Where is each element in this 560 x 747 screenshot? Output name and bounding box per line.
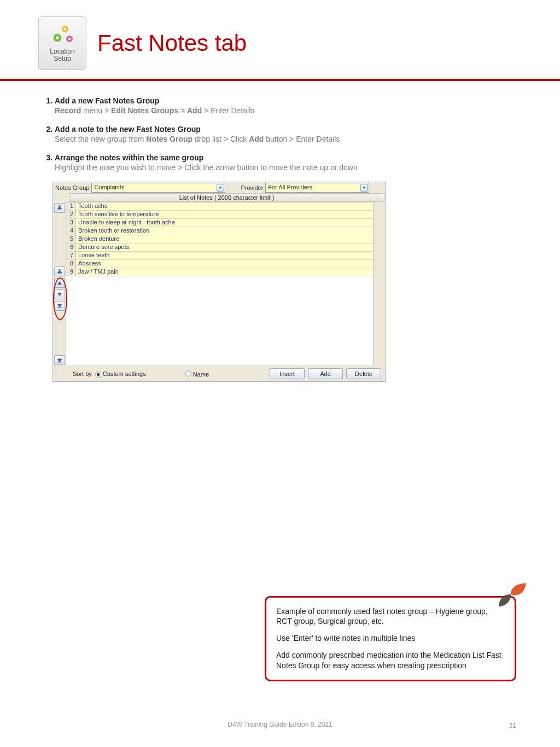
footer-text: D4W Training Guide Edition 9, 2021 [0, 721, 560, 728]
move-top-button[interactable] [54, 203, 65, 213]
table-row[interactable]: 3Unable to sleep at night - tooth ache [66, 219, 373, 227]
step-title: Add a new Fast Notes Group [55, 96, 159, 105]
step-2: Add a note to the new Fast Notes Group S… [55, 125, 522, 143]
fast-notes-screenshot: Notes Group Complaints Provider For All … [52, 182, 386, 382]
page-title: Fast Notes tab [97, 30, 247, 56]
radio-name[interactable]: Name [185, 370, 209, 378]
gears-icon [49, 24, 75, 46]
provider-label: Provider [241, 184, 263, 191]
table-row[interactable]: 9Jaw / TMJ pain [66, 268, 373, 276]
svg-point-1 [56, 36, 59, 39]
step-detail: Highlight the note you wish to move > Cl… [55, 163, 522, 172]
delete-button[interactable]: Delete [346, 368, 381, 379]
header-rule [0, 79, 560, 81]
highlight-ring [53, 277, 67, 320]
tip-callout: Example of commonly used fast notes grou… [265, 596, 516, 681]
notes-group-label: Notes Group [55, 184, 89, 191]
location-setup-icon: Location Setup [38, 16, 86, 70]
sort-by-label: Sort by [73, 370, 92, 377]
add-button[interactable]: Add [308, 368, 343, 379]
move-bottom-button[interactable] [54, 355, 65, 365]
step-title: Add a note to the new Fast Notes Group [55, 125, 201, 134]
step-3: Arrange the notes within the same group … [55, 153, 522, 172]
callout-p1: Example of commonly used fast notes grou… [276, 606, 505, 627]
chevron-down-icon [217, 184, 224, 192]
callout-box: Example of commonly used fast notes grou… [265, 596, 516, 681]
table-row[interactable]: 2Tooth sensitive to temperature [66, 211, 373, 219]
callout-p2: Use 'Enter' to write notes in multiple l… [276, 633, 505, 644]
table-row[interactable]: 1Tooth ache [66, 202, 373, 211]
insert-button[interactable]: Insert [270, 368, 305, 379]
leaf-icon [494, 581, 527, 608]
steps-list: Add a new Fast Notes Group Record menu >… [38, 96, 522, 172]
provider-combo[interactable]: For All Providers [265, 183, 369, 193]
table-row[interactable]: 7Loose teeth [66, 252, 373, 260]
table-row[interactable]: 5Broken denture [66, 235, 373, 244]
table-row[interactable]: 8Abscess [66, 260, 373, 268]
notes-table: 1Tooth ache 2Tooth sensitive to temperat… [66, 202, 374, 366]
notes-group-combo[interactable]: Complaints [91, 183, 225, 193]
list-header: List of Notes ( 2000 character limit ) [69, 193, 384, 202]
svg-point-3 [64, 28, 67, 31]
step-detail: Record menu > Edit Notes Groups > Add > … [55, 106, 522, 115]
table-row[interactable]: 4Broken tooth or restoration [66, 227, 373, 235]
step-1: Add a new Fast Notes Group Record menu >… [55, 96, 522, 115]
step-detail: Select the new group from Notes Group dr… [55, 135, 522, 143]
callout-p3: Add commonly prescribed medication into … [276, 650, 505, 671]
reorder-arrows [53, 202, 66, 366]
icon-caption: Location Setup [50, 48, 74, 62]
screenshot-bottombar: Sort by Custom settings Name Insert Add … [53, 366, 386, 381]
svg-point-5 [68, 38, 71, 40]
step-title: Arrange the notes within the same group [55, 153, 203, 162]
move-up-top-button[interactable] [54, 267, 65, 276]
table-row[interactable]: 6Denture sore spots [66, 244, 373, 252]
screenshot-topbar: Notes Group Complaints Provider For All … [53, 182, 386, 193]
page-number: 31 [509, 722, 516, 729]
radio-custom[interactable]: Custom settings [95, 370, 146, 378]
chevron-down-icon [360, 184, 368, 192]
page-header: Location Setup Fast Notes tab [38, 16, 522, 70]
